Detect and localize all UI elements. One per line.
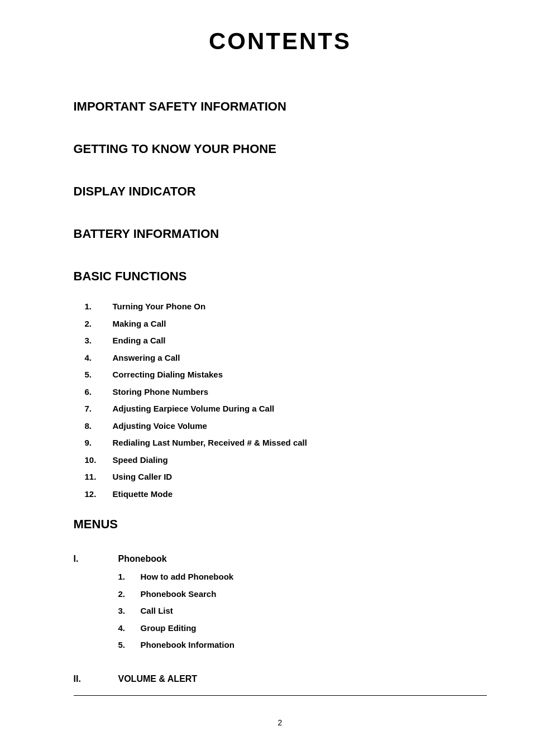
item-label: Etiquette Mode (113, 488, 173, 501)
item-label: Phonebook Information (141, 639, 234, 652)
list-item: 4. Answering a Call (85, 352, 487, 365)
item-number: 5. (118, 639, 141, 652)
list-item: 4. Group Editing (118, 622, 487, 635)
item-number: 9. (85, 437, 113, 450)
item-label: Using Caller ID (113, 471, 173, 484)
item-label: Speed Dialing (113, 454, 168, 467)
section-getting-to-know: GETTING TO KNOW YOUR PHONE (74, 142, 487, 156)
item-number: 3. (118, 605, 141, 618)
list-item: 10. Speed Dialing (85, 454, 487, 467)
menu-item-label: Phonebook (118, 554, 167, 564)
basic-functions-list: 1. Turning Your Phone On 2. Making a Cal… (85, 300, 487, 500)
menu-item-phonebook: I. Phonebook (74, 554, 487, 564)
phonebook-sub-list: 1. How to add Phonebook 2. Phonebook Sea… (118, 571, 487, 652)
item-number: 4. (85, 352, 113, 365)
list-item: 3. Ending a Call (85, 335, 487, 347)
item-number: 2. (85, 318, 113, 331)
list-item: 7. Adjusting Earpiece Volume During a Ca… (85, 403, 487, 415)
list-item: 8. Adjusting Voice Volume (85, 420, 487, 433)
item-label: Adjusting Voice Volume (113, 420, 207, 433)
item-label: Correcting Dialing Mistakes (113, 369, 223, 381)
list-item: 12. Etiquette Mode (85, 488, 487, 501)
item-label: Redialing Last Number, Received # & Miss… (113, 437, 307, 450)
item-label: Storing Phone Numbers (113, 386, 209, 399)
item-number: 12. (85, 488, 113, 501)
item-label: Phonebook Search (141, 588, 217, 601)
item-label: Call List (141, 605, 173, 618)
list-item: 9. Redialing Last Number, Received # & M… (85, 437, 487, 450)
list-item: 5. Phonebook Information (118, 639, 487, 652)
item-label: Adjusting Earpiece Volume During a Call (113, 403, 275, 415)
page-number: 2 (74, 718, 487, 727)
list-item: 1. How to add Phonebook (118, 571, 487, 584)
menu-roman-numeral: II. (74, 674, 118, 684)
item-number: 3. (85, 335, 113, 347)
item-label: Ending a Call (113, 335, 166, 347)
item-number: 11. (85, 471, 113, 484)
menu-roman-numeral: I. (74, 554, 118, 564)
list-item: 2. Phonebook Search (118, 588, 487, 601)
item-number: 8. (85, 420, 113, 433)
item-number: 1. (118, 571, 141, 584)
section-important-safety: IMPORTANT SAFETY INFORMATION (74, 99, 487, 114)
menu-item-label: VOLUME & ALERT (118, 674, 198, 684)
list-item: 1. Turning Your Phone On (85, 300, 487, 313)
section-basic-functions: BASIC FUNCTIONS (74, 269, 487, 284)
item-label: Answering a Call (113, 352, 180, 365)
list-item: 2. Making a Call (85, 318, 487, 331)
item-number: 7. (85, 403, 113, 415)
list-item: 6. Storing Phone Numbers (85, 386, 487, 399)
item-label: Making a Call (113, 318, 166, 331)
section-display-indicator: DISPLAY INDICATOR (74, 184, 487, 199)
item-label: How to add Phonebook (141, 571, 234, 584)
menus-section: MENUS I. Phonebook 1. How to add Phonebo… (74, 517, 487, 684)
item-label: Group Editing (141, 622, 197, 635)
menus-heading: MENUS (74, 517, 487, 532)
page-title: CONTENTS (74, 28, 487, 55)
page-content: CONTENTS IMPORTANT SAFETY INFORMATION GE… (63, 0, 498, 755)
page-divider (74, 695, 487, 696)
item-number: 2. (118, 588, 141, 601)
item-number: 6. (85, 386, 113, 399)
list-item: 5. Correcting Dialing Mistakes (85, 369, 487, 381)
item-label: Turning Your Phone On (113, 300, 206, 313)
list-item: 3. Call List (118, 605, 487, 618)
item-number: 10. (85, 454, 113, 467)
menu-item-volume-alert: II. VOLUME & ALERT (74, 674, 487, 684)
item-number: 5. (85, 369, 113, 381)
item-number: 1. (85, 300, 113, 313)
list-item: 11. Using Caller ID (85, 471, 487, 484)
item-number: 4. (118, 622, 141, 635)
section-battery-information: BATTERY INFORMATION (74, 227, 487, 241)
